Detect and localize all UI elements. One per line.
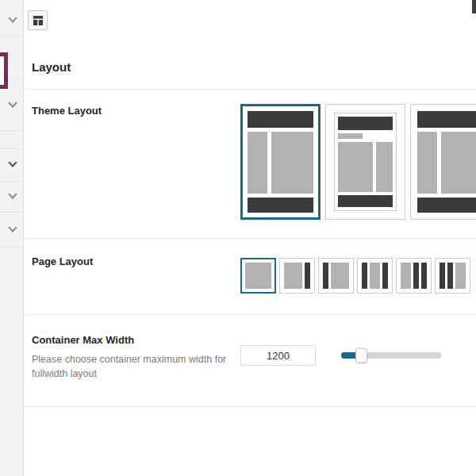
page-layout-control <box>240 239 476 314</box>
thumb-sidebar-block <box>447 263 453 289</box>
rail-divider <box>0 36 24 37</box>
theme-layout-label-cell: Theme Layout <box>25 90 240 238</box>
container-max-width-label: Container Max Width <box>32 334 229 346</box>
rail-divider <box>0 247 24 248</box>
theme-layout-label: Theme Layout <box>32 105 229 117</box>
chevron-down-icon[interactable] <box>8 223 17 232</box>
page-layout-option-full-width[interactable] <box>240 258 276 294</box>
panel-empty-space <box>25 407 476 476</box>
scrollbar-thumb[interactable] <box>472 0 476 13</box>
slider-handle[interactable] <box>355 348 367 363</box>
thumb-sidebar-block <box>382 263 388 289</box>
page-layout-option-two-left-sidebars[interactable] <box>435 258 470 294</box>
page-layout-row: Page Layout <box>25 239 476 314</box>
layout-options-panel: Layout Theme Layout Page Layout Containe… <box>25 0 476 476</box>
theme-layout-option-boxed[interactable] <box>325 104 405 220</box>
thumb-sidebar-block <box>376 142 393 192</box>
thumb-menu-bar <box>338 133 363 139</box>
container-max-width-input[interactable] <box>240 345 316 366</box>
thumb-frame <box>248 111 313 213</box>
page-layout-option-two-right-sidebars[interactable] <box>396 258 432 294</box>
rail-divider <box>0 212 24 213</box>
thumb-sidebar-block <box>440 263 445 289</box>
thumb-header-bar <box>417 111 476 128</box>
thumb-content-block <box>245 263 271 289</box>
thumb-content-block <box>271 132 313 194</box>
container-max-width-slider[interactable] <box>341 352 441 359</box>
thumb-content-block <box>455 263 466 289</box>
rail-divider <box>0 130 24 131</box>
container-max-width-label-cell: Container Max Width Please choose contai… <box>25 315 240 381</box>
page-layout-options <box>240 239 476 314</box>
thumb-sidebar-block <box>323 263 328 289</box>
thumb-body <box>248 132 313 194</box>
rail-divider <box>0 148 24 149</box>
theme-layout-options <box>240 90 476 238</box>
page-layout-label: Page Layout <box>32 255 229 267</box>
thumb-body <box>338 142 393 192</box>
theme-layout-option-wide[interactable] <box>240 104 321 220</box>
page-layout-label-cell: Page Layout <box>25 239 240 314</box>
theme-layout-option-fullwidth[interactable] <box>410 104 476 220</box>
thumb-frame <box>334 113 397 211</box>
scrollbar[interactable] <box>471 0 476 476</box>
page-layout-option-both-sidebars[interactable] <box>357 258 393 294</box>
chevron-down-icon[interactable] <box>8 190 17 198</box>
panel-toolbar <box>25 0 476 40</box>
thumb-content-block <box>370 263 380 289</box>
thumb-frame <box>417 111 476 213</box>
left-rail <box>0 0 24 476</box>
rail-divider <box>0 181 24 182</box>
thumb-header-bar <box>338 117 393 130</box>
page-layout-option-right-sidebar[interactable] <box>279 258 315 294</box>
thumb-sidebar-block <box>248 132 267 194</box>
thumb-sidebar-block <box>421 263 427 289</box>
theme-layout-row: Theme Layout <box>25 90 476 238</box>
thumb-sidebar-block <box>413 263 419 289</box>
theme-layout-control <box>240 90 476 238</box>
thumb-content-block <box>284 263 302 289</box>
thumb-sidebar-block <box>417 132 437 194</box>
chevron-down-icon[interactable] <box>8 13 17 22</box>
thumb-content-block <box>331 263 349 289</box>
active-section-highlight <box>0 52 8 89</box>
thumb-sidebar-block <box>305 263 310 289</box>
chevron-down-icon[interactable] <box>8 158 17 167</box>
container-max-width-control <box>240 315 476 381</box>
thumb-sidebar-block <box>362 263 367 289</box>
page-layout-option-left-sidebar[interactable] <box>318 258 354 294</box>
thumb-content-block <box>401 263 411 289</box>
thumb-footer-bar <box>338 195 393 207</box>
container-max-width-row: Container Max Width Please choose contai… <box>25 315 476 381</box>
layout-toggle-button[interactable] <box>28 10 48 30</box>
thumb-footer-bar <box>417 198 476 213</box>
thumb-body <box>417 132 476 194</box>
thumb-header-bar <box>248 111 313 128</box>
thumb-footer-bar <box>248 198 313 213</box>
page-title: Layout <box>25 40 476 89</box>
container-max-width-description: Please choose container maximum width fo… <box>32 352 229 381</box>
layout-table-icon <box>33 15 44 26</box>
chevron-down-icon[interactable] <box>8 98 17 107</box>
thumb-content-block <box>338 142 373 192</box>
